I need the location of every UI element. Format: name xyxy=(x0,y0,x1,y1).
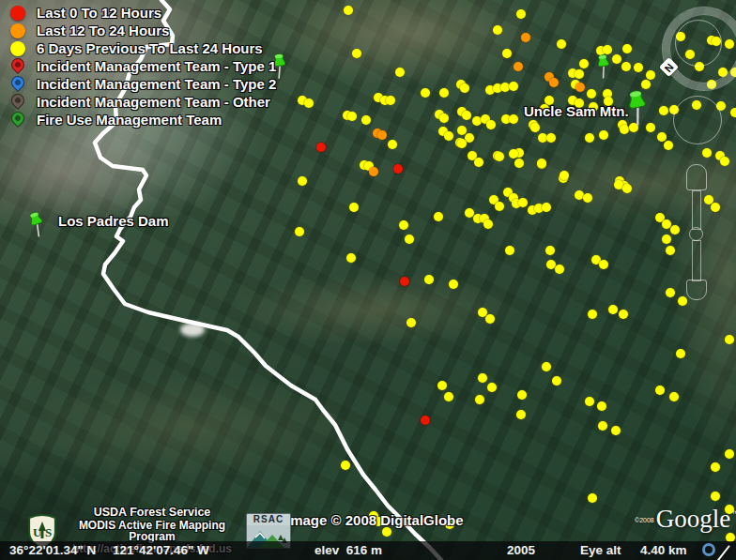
streaming-ring-icon xyxy=(702,543,715,556)
type1-pin-icon xyxy=(8,58,28,74)
legend-row: Incident Management Team - Other xyxy=(8,93,276,111)
zoom-out-button[interactable] xyxy=(686,280,707,300)
orange-dot-icon xyxy=(8,23,28,38)
svg-text:S: S xyxy=(45,525,52,539)
elevation-readout: elev 616 m xyxy=(314,543,382,557)
legend-label: 6 Days Previous To Last 24 Hours xyxy=(37,40,263,56)
zoom-slider-track[interactable] xyxy=(692,240,701,281)
compass-inner-ring[interactable] xyxy=(675,20,722,67)
usda-line2: MODIS Active Fire Mapping Program xyxy=(58,520,246,542)
legend-label: Incident Management Team - Type 1 xyxy=(37,58,276,74)
type2-pin-icon xyxy=(8,76,28,92)
eye-alt-label: Eye alt xyxy=(580,543,621,557)
google-copyright: ©2008 xyxy=(635,517,654,523)
legend-row: Last 12 To 24 Hours xyxy=(8,22,276,39)
trademark-symbol: ™ xyxy=(731,509,736,518)
legend-row: 6 Days Previous To Last 24 Hours xyxy=(8,39,276,57)
google-earth-window: Los Padres Dam Uncle Sam Mtn. Last 0 To … xyxy=(0,0,736,560)
placemark-pin[interactable] xyxy=(591,52,615,84)
legend-label: Last 12 To 24 Hours xyxy=(37,23,169,38)
imagery-credit: Image © 2008 DigitalGlobe xyxy=(286,512,464,528)
zoom-in-button[interactable] xyxy=(686,164,707,190)
legend-label: Fire Use Management Team xyxy=(37,112,222,128)
fire-use-pin-icon xyxy=(8,112,28,128)
zoom-slider-knob[interactable] xyxy=(689,227,703,241)
legend-label: Last 0 To 12 Hours xyxy=(37,5,161,21)
legend-label: Incident Management Team - Type 2 xyxy=(37,76,276,92)
latitude-readout: 36°22'01.34" N xyxy=(9,543,96,557)
placemark-pin[interactable] xyxy=(23,207,53,244)
usda-line1: USDA Forest Service xyxy=(58,507,246,519)
zoom-slider-track[interactable] xyxy=(692,190,701,230)
placemark-label: Uncle Sam Mtn. xyxy=(524,103,629,119)
google-logo: ©2008 Google ™ xyxy=(635,507,736,531)
placemark-label: Los Padres Dam xyxy=(58,213,169,229)
status-bar: 36°22'01.34" N 121°42'07.46" W elev 616 … xyxy=(0,541,736,560)
legend-row: Fire Use Management Team xyxy=(8,111,276,129)
legend-row: Incident Management Team - Type 2 xyxy=(8,75,276,93)
other-pin-icon xyxy=(8,94,28,110)
streaming-slash-icon xyxy=(713,545,730,560)
imagery-date: 2005 xyxy=(507,543,535,557)
look-joystick[interactable] xyxy=(673,96,722,144)
eye-alt-value: 4.40 km xyxy=(640,543,687,557)
legend-row: Incident Management Team - Type 1 xyxy=(8,57,276,75)
red-dot-icon xyxy=(8,6,28,21)
legend-label: Incident Management Team - Other xyxy=(37,94,270,110)
longitude-readout: 121°42'07.46" W xyxy=(113,543,209,557)
yellow-dot-icon xyxy=(8,41,28,56)
legend: Last 0 To 12 Hours Last 12 To 24 Hours 6… xyxy=(8,4,276,129)
google-wordmark: Google xyxy=(656,507,730,531)
legend-row: Last 0 To 12 Hours xyxy=(8,4,276,22)
